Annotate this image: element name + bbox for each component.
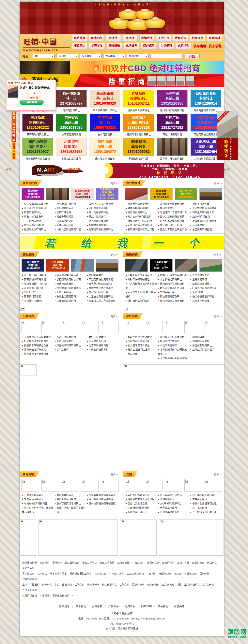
- ad-caption[interactable]: 空中花园租转: [90, 132, 120, 136]
- consult-button[interactable]: 点击咨询: [19, 100, 44, 105]
- list-item[interactable]: 北三环旺铺转让出租: [158, 223, 190, 228]
- nav-button[interactable]: 宾馆大厦: [139, 35, 154, 41]
- friend-link[interactable]: 今日新闻: [40, 594, 49, 597]
- ad-box[interactable]: 和平里 旺店转让 合作13520235834: [175, 188, 197, 200]
- list-item[interactable]: 分钟寺临街商铺转让: [125, 278, 157, 282]
- close-left-ad-link[interactable]: 关闭: [6, 168, 11, 171]
- list-item[interactable]: 奶茶旺铺急转: [54, 210, 86, 215]
- ad-caption[interactable]: 万达广场底商出租: [157, 132, 188, 136]
- list-item[interactable]: 北京市空铺直接: [190, 299, 222, 303]
- ad-box[interactable]: 繁华地段旺铺招租13910229871: [21, 188, 44, 200]
- widget-tabs[interactable]: 快速 专业 选址 转店: [8, 81, 54, 84]
- list-item[interactable]: 美容美发旺铺转让合作: [22, 344, 53, 348]
- more-link[interactable]: 更多>>: [214, 314, 222, 318]
- list-item[interactable]: 林肯公园附近底商出租: [54, 228, 86, 232]
- list-item[interactable]: 管庄地铁旁商用房出租: [190, 510, 222, 514]
- list-item[interactable]: 亚运村底商出租: [86, 339, 118, 344]
- list-item[interactable]: 西三旗门面出租: [22, 295, 53, 299]
- list-item[interactable]: 万达广场底商出租: [54, 335, 86, 339]
- list-item[interactable]: 美甲店急转: [54, 348, 86, 352]
- friend-link[interactable]: 不谬热点网: [184, 572, 197, 575]
- list-item[interactable]: 方庄餐饮项目旺铺转让: [54, 344, 86, 348]
- friend-link[interactable]: 租房网: [174, 572, 182, 575]
- list-item[interactable]: 南三环底商旺铺招租: [22, 273, 53, 278]
- search-input[interactable]: [151, 54, 183, 58]
- ad-box[interactable]: [204, 321, 222, 333]
- list-item[interactable]: 双井300平米商铺招租: [125, 215, 157, 219]
- list-item[interactable]: 30平旺铺转让: [22, 290, 53, 295]
- list-item[interactable]: 盈利茶楼对外转: [190, 202, 222, 206]
- ad-box[interactable]: [125, 479, 143, 492]
- list-item[interactable]: 东城主街底商已转: [54, 295, 86, 299]
- ad-box[interactable]: 万达广场底商出租13811717192: [157, 114, 188, 132]
- ad-box[interactable]: [125, 321, 143, 333]
- left-float-ad[interactable]: 车身广告全线开启 旺铺中国网: [11, 112, 19, 160]
- list-item[interactable]: 华堂商场专柜转让: [22, 498, 53, 502]
- list-item[interactable]: 燕郊大型综合楼租售: [125, 202, 157, 206]
- list-item[interactable]: 婴儿游泳馆低价转让: [125, 344, 157, 348]
- more-link[interactable]: 更多>>: [110, 253, 118, 256]
- list-item[interactable]: 个人急售海淀锦绣大地物流港: [125, 282, 157, 290]
- list-item[interactable]: 四惠奶茶店转让: [22, 210, 53, 215]
- search-filter-select[interactable]: -信息类型-: [80, 54, 101, 58]
- nav-button[interactable]: 求租求购: [176, 42, 191, 49]
- friend-link[interactable]: 杭州装修网: [87, 583, 99, 586]
- mart-promo-banner[interactable]: M.ART 玛特·辛西娅 Mart cynthia 招商业态： 时尚咖啡、 茶艺…: [20, 163, 224, 178]
- ad-box[interactable]: [184, 479, 202, 492]
- ad-box[interactable]: 宋庄 独栋商铺 出租13901304272: [90, 138, 120, 156]
- list-item[interactable]: 小吃店出租朝阳: [158, 344, 190, 348]
- ad-box[interactable]: [101, 479, 119, 492]
- list-item[interactable]: 小区配套底商转让: [190, 344, 222, 348]
- friend-link[interactable]: 海口租房: [135, 562, 144, 564]
- list-item[interactable]: 西三旗茶城茶叶店转让: [190, 493, 222, 498]
- friend-link[interactable]: 外资企业注册: [22, 589, 37, 592]
- list-item[interactable]: 高流水药店兑出: [54, 219, 86, 223]
- friend-link[interactable]: 上海写字楼: [177, 562, 189, 564]
- more-link[interactable]: 更多>>: [214, 473, 222, 476]
- ad-box[interactable]: [81, 479, 99, 492]
- list-item[interactable]: 玫瑰商城火爆招商结束: [190, 219, 222, 223]
- friend-link[interactable]: 石家庄装饰公司: [52, 594, 69, 597]
- ad-box[interactable]: [21, 479, 39, 492]
- nav-button[interactable]: 生活便利: [158, 42, 174, 49]
- list-item[interactable]: 营业中酒楼急转: [86, 215, 118, 219]
- search-filter-select[interactable]: -商业圈-: [56, 54, 78, 58]
- list-item[interactable]: 大型酒楼对外转: [190, 273, 222, 278]
- ad-box[interactable]: [145, 479, 163, 492]
- list-item[interactable]: 营利超市急转: [158, 206, 190, 210]
- list-item[interactable]: 沙河格林豪泰底商招租: [86, 202, 118, 206]
- friend-link[interactable]: xp系统下载: [162, 583, 174, 586]
- list-item[interactable]: 天桥底商出租: [54, 290, 86, 295]
- nav-button[interactable]: 工业厂房: [156, 35, 171, 41]
- ad-box[interactable]: 北苑 临街底商 出租18611628198: [56, 138, 87, 156]
- list-item[interactable]: 繁华地段旺铺招租: [54, 202, 86, 206]
- ad-box[interactable]: 夏家胡同后街底商 转让13520699964: [71, 188, 94, 200]
- list-item[interactable]: 中关村e世界商铺转让: [22, 502, 53, 506]
- friend-link[interactable]: 上海网站建设: [184, 583, 199, 586]
- friend-link[interactable]: 上海写字楼出租: [22, 583, 39, 586]
- ad-box[interactable]: [184, 321, 202, 333]
- ad-box[interactable]: 西三旗餐饮旺铺出租13801081500: [21, 259, 44, 272]
- list-item[interactable]: 重庆百货商场专柜转让: [54, 502, 86, 506]
- search-filter-select[interactable]: -地区-: [33, 54, 54, 58]
- ad-caption[interactable]: 西三旗茶城茶叶店转让: [90, 108, 120, 112]
- friend-link[interactable]: 北京企业招商网: [55, 583, 72, 586]
- friend-link[interactable]: 南昌租房网: [147, 562, 159, 564]
- search-filter-select[interactable]: -面积范围-: [127, 54, 149, 58]
- friend-link[interactable]: 重庆婚纱摄影工作室: [70, 572, 92, 575]
- list-item[interactable]: 铁中口世纪天乐电子商城批发商铺甩货: [22, 506, 53, 514]
- list-item[interactable]: 公主坟翠微路底商招租: [22, 202, 53, 206]
- list-item[interactable]: 通州电器城转让: [54, 493, 86, 498]
- ad-box[interactable]: [165, 479, 183, 492]
- nav-button[interactable]: 招商信息: [190, 35, 205, 41]
- ad-caption[interactable]: 通州马驹桥镇商铺出租: [157, 108, 188, 112]
- list-item[interactable]: 甘露园丰台底商转让: [158, 510, 190, 514]
- list-item[interactable]: 三元桥超市转让: [22, 219, 53, 223]
- list-item[interactable]: 天意B1层便利店出租: [125, 348, 157, 352]
- more-link[interactable]: 更多>>: [110, 314, 118, 318]
- list-item[interactable]: 小区底商旺铺直租: [86, 348, 118, 352]
- list-item[interactable]: 万通商城旺铺转让: [22, 493, 53, 498]
- list-item[interactable]: 四惠地铁口大转角底商: [54, 286, 86, 290]
- list-item[interactable]: 德胜门工美黄金珠宝广场: [158, 228, 190, 232]
- ad-box[interactable]: [157, 138, 188, 156]
